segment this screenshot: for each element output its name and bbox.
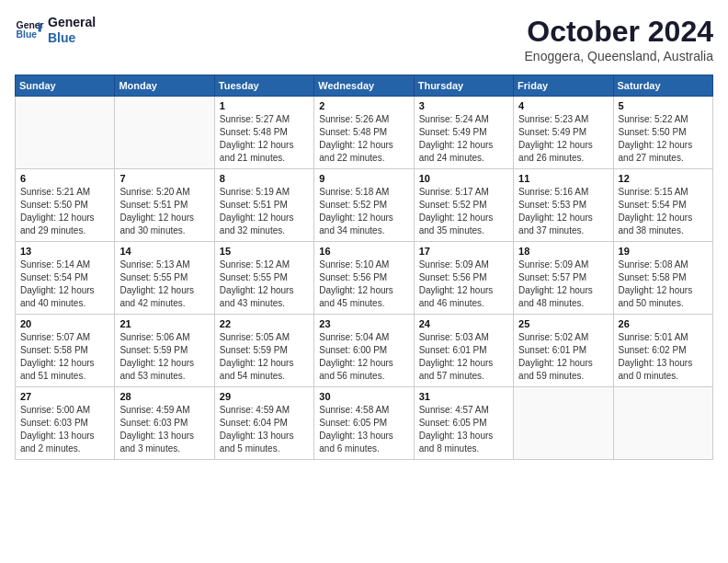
day-number: 27 — [20, 391, 109, 402]
day-number: 15 — [220, 246, 309, 257]
weekday-header: Saturday — [613, 75, 712, 97]
day-number: 16 — [319, 246, 408, 257]
calendar-table: SundayMondayTuesdayWednesdayThursdayFrid… — [15, 75, 713, 460]
day-number: 1 — [220, 100, 309, 111]
day-number: 30 — [319, 391, 408, 402]
day-detail: Sunrise: 5:07 AM Sunset: 5:58 PM Dayligh… — [20, 331, 109, 383]
calendar-cell: 6Sunrise: 5:21 AM Sunset: 5:50 PM Daylig… — [16, 169, 115, 242]
month-title: October 2024 — [525, 15, 713, 49]
day-number: 2 — [319, 100, 408, 111]
calendar-cell: 22Sunrise: 5:05 AM Sunset: 5:59 PM Dayli… — [214, 315, 313, 387]
day-detail: Sunrise: 5:01 AM Sunset: 6:02 PM Dayligh… — [619, 331, 708, 383]
title-block: October 2024 Enoggera, Queensland, Austr… — [525, 15, 713, 63]
calendar-cell: 17Sunrise: 5:09 AM Sunset: 5:56 PM Dayli… — [414, 242, 513, 315]
day-number: 28 — [119, 391, 209, 402]
weekday-header: Friday — [514, 75, 613, 97]
day-detail: Sunrise: 5:19 AM Sunset: 5:51 PM Dayligh… — [220, 186, 309, 237]
day-number: 31 — [419, 391, 508, 402]
day-number: 23 — [319, 318, 408, 329]
calendar-cell: 1Sunrise: 5:27 AM Sunset: 5:48 PM Daylig… — [214, 97, 313, 169]
day-detail: Sunrise: 5:09 AM Sunset: 5:56 PM Dayligh… — [419, 259, 508, 310]
day-detail: Sunrise: 5:08 AM Sunset: 5:58 PM Dayligh… — [619, 259, 708, 310]
calendar-cell: 10Sunrise: 5:17 AM Sunset: 5:52 PM Dayli… — [414, 169, 513, 242]
calendar-cell: 5Sunrise: 5:22 AM Sunset: 5:50 PM Daylig… — [613, 97, 712, 169]
calendar-cell: 9Sunrise: 5:18 AM Sunset: 5:52 PM Daylig… — [314, 169, 414, 242]
calendar-cell: 16Sunrise: 5:10 AM Sunset: 5:56 PM Dayli… — [314, 242, 414, 315]
day-detail: Sunrise: 5:22 AM Sunset: 5:50 PM Dayligh… — [619, 113, 708, 165]
day-detail: Sunrise: 4:57 AM Sunset: 6:05 PM Dayligh… — [419, 404, 508, 455]
calendar-cell: 18Sunrise: 5:09 AM Sunset: 5:57 PM Dayli… — [514, 242, 613, 315]
day-detail: Sunrise: 5:03 AM Sunset: 6:01 PM Dayligh… — [419, 331, 508, 383]
weekday-header: Tuesday — [214, 75, 313, 97]
day-detail: Sunrise: 5:26 AM Sunset: 5:48 PM Dayligh… — [319, 113, 408, 165]
day-number: 9 — [319, 173, 408, 184]
calendar-cell — [16, 97, 115, 169]
day-detail: Sunrise: 5:13 AM Sunset: 5:55 PM Dayligh… — [119, 259, 209, 310]
calendar-cell: 13Sunrise: 5:14 AM Sunset: 5:54 PM Dayli… — [16, 242, 115, 315]
calendar-week-row: 13Sunrise: 5:14 AM Sunset: 5:54 PM Dayli… — [16, 242, 713, 315]
day-number: 10 — [419, 173, 508, 184]
day-number: 25 — [518, 318, 608, 329]
day-detail: Sunrise: 5:23 AM Sunset: 5:49 PM Dayligh… — [518, 113, 608, 165]
day-detail: Sunrise: 5:21 AM Sunset: 5:50 PM Dayligh… — [20, 186, 109, 237]
day-number: 22 — [220, 318, 309, 329]
day-detail: Sunrise: 5:17 AM Sunset: 5:52 PM Dayligh… — [419, 186, 508, 237]
calendar-cell — [514, 387, 613, 460]
calendar-cell: 28Sunrise: 4:59 AM Sunset: 6:03 PM Dayli… — [115, 387, 214, 460]
calendar-cell: 15Sunrise: 5:12 AM Sunset: 5:55 PM Dayli… — [214, 242, 313, 315]
calendar-cell: 29Sunrise: 4:59 AM Sunset: 6:04 PM Dayli… — [214, 387, 313, 460]
calendar-cell: 12Sunrise: 5:15 AM Sunset: 5:54 PM Dayli… — [613, 169, 712, 242]
day-detail: Sunrise: 5:27 AM Sunset: 5:48 PM Dayligh… — [220, 113, 309, 165]
day-number: 14 — [119, 246, 209, 257]
calendar-cell — [613, 387, 712, 460]
weekday-header: Monday — [115, 75, 214, 97]
calendar-cell: 26Sunrise: 5:01 AM Sunset: 6:02 PM Dayli… — [613, 315, 712, 387]
calendar-cell: 30Sunrise: 4:58 AM Sunset: 6:05 PM Dayli… — [314, 387, 414, 460]
day-detail: Sunrise: 5:06 AM Sunset: 5:59 PM Dayligh… — [119, 331, 209, 383]
day-detail: Sunrise: 5:09 AM Sunset: 5:57 PM Dayligh… — [518, 259, 608, 310]
day-number: 4 — [518, 100, 608, 111]
day-detail: Sunrise: 5:10 AM Sunset: 5:56 PM Dayligh… — [319, 259, 408, 310]
day-detail: Sunrise: 5:20 AM Sunset: 5:51 PM Dayligh… — [119, 186, 209, 237]
calendar-cell: 27Sunrise: 5:00 AM Sunset: 6:03 PM Dayli… — [16, 387, 115, 460]
day-detail: Sunrise: 4:58 AM Sunset: 6:05 PM Dayligh… — [319, 404, 408, 455]
day-number: 6 — [20, 173, 109, 184]
day-detail: Sunrise: 5:16 AM Sunset: 5:53 PM Dayligh… — [518, 186, 608, 237]
location: Enoggera, Queensland, Australia — [525, 49, 713, 63]
day-number: 3 — [419, 100, 508, 111]
calendar-cell: 11Sunrise: 5:16 AM Sunset: 5:53 PM Dayli… — [514, 169, 613, 242]
day-detail: Sunrise: 5:15 AM Sunset: 5:54 PM Dayligh… — [619, 186, 708, 237]
svg-text:Blue: Blue — [17, 29, 38, 40]
calendar-week-row: 1Sunrise: 5:27 AM Sunset: 5:48 PM Daylig… — [16, 97, 713, 169]
calendar-cell: 19Sunrise: 5:08 AM Sunset: 5:58 PM Dayli… — [613, 242, 712, 315]
day-detail: Sunrise: 5:04 AM Sunset: 6:00 PM Dayligh… — [319, 331, 408, 383]
logo-icon: General Blue — [15, 16, 44, 45]
page-header: General Blue General Blue October 2024 E… — [15, 15, 713, 63]
calendar-cell: 14Sunrise: 5:13 AM Sunset: 5:55 PM Dayli… — [115, 242, 214, 315]
day-detail: Sunrise: 5:02 AM Sunset: 6:01 PM Dayligh… — [518, 331, 608, 383]
day-number: 18 — [518, 246, 608, 257]
weekday-header: Wednesday — [314, 75, 414, 97]
day-detail: Sunrise: 5:00 AM Sunset: 6:03 PM Dayligh… — [20, 404, 109, 455]
calendar-week-row: 6Sunrise: 5:21 AM Sunset: 5:50 PM Daylig… — [16, 169, 713, 242]
day-number: 24 — [419, 318, 508, 329]
calendar-week-row: 20Sunrise: 5:07 AM Sunset: 5:58 PM Dayli… — [16, 315, 713, 387]
day-number: 19 — [619, 246, 708, 257]
day-number: 11 — [518, 173, 608, 184]
calendar-cell: 24Sunrise: 5:03 AM Sunset: 6:01 PM Dayli… — [414, 315, 513, 387]
day-detail: Sunrise: 4:59 AM Sunset: 6:03 PM Dayligh… — [119, 404, 209, 455]
day-number: 17 — [419, 246, 508, 257]
day-detail: Sunrise: 5:14 AM Sunset: 5:54 PM Dayligh… — [20, 259, 109, 310]
day-detail: Sunrise: 5:05 AM Sunset: 5:59 PM Dayligh… — [220, 331, 309, 383]
day-number: 21 — [119, 318, 209, 329]
calendar-cell: 31Sunrise: 4:57 AM Sunset: 6:05 PM Dayli… — [414, 387, 513, 460]
day-number: 12 — [619, 173, 708, 184]
calendar-cell: 8Sunrise: 5:19 AM Sunset: 5:51 PM Daylig… — [214, 169, 313, 242]
calendar-cell — [115, 97, 214, 169]
weekday-header: Sunday — [16, 75, 115, 97]
calendar-cell: 3Sunrise: 5:24 AM Sunset: 5:49 PM Daylig… — [414, 97, 513, 169]
day-number: 13 — [20, 246, 109, 257]
calendar-cell: 25Sunrise: 5:02 AM Sunset: 6:01 PM Dayli… — [514, 315, 613, 387]
day-number: 20 — [20, 318, 109, 329]
day-detail: Sunrise: 5:18 AM Sunset: 5:52 PM Dayligh… — [319, 186, 408, 237]
